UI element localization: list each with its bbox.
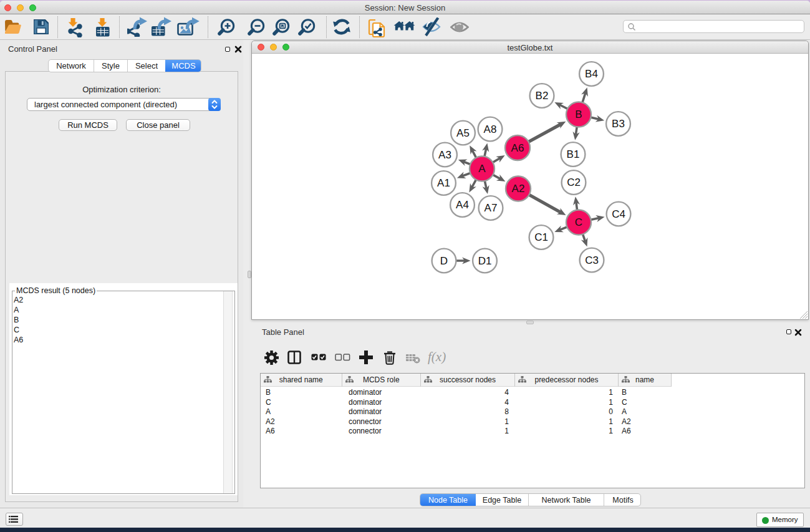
svg-text:A1: A1 [437, 177, 450, 189]
svg-text:D: D [440, 255, 448, 267]
svg-text:B: B [575, 109, 582, 120]
svg-text:B3: B3 [612, 118, 625, 130]
svg-text:A2: A2 [512, 183, 525, 195]
svg-text:A4: A4 [456, 199, 469, 211]
svg-text:A7: A7 [485, 202, 498, 214]
svg-text:C3: C3 [585, 254, 599, 266]
svg-text:C: C [575, 216, 582, 228]
svg-text:A: A [478, 163, 486, 175]
svg-text:A8: A8 [484, 123, 497, 135]
svg-text:C4: C4 [612, 208, 625, 220]
svg-text:A5: A5 [456, 127, 470, 139]
svg-text:B1: B1 [567, 148, 580, 160]
svg-text:C2: C2 [567, 177, 581, 188]
svg-text:A6: A6 [511, 142, 524, 154]
svg-text:B4: B4 [585, 68, 598, 80]
svg-text:D1: D1 [478, 255, 492, 267]
svg-text:B2: B2 [536, 90, 549, 102]
svg-text:A3: A3 [438, 149, 451, 161]
svg-text:C1: C1 [534, 231, 548, 243]
